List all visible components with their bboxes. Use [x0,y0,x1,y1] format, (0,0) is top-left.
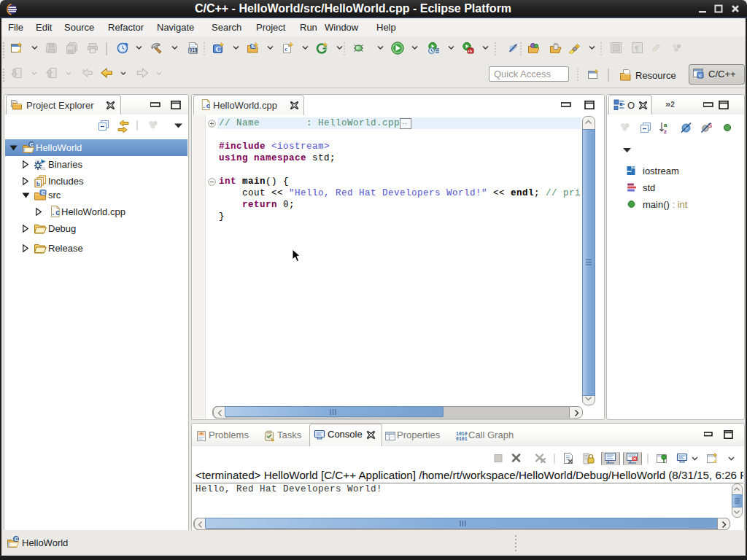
svg-text:010: 010 [190,47,198,52]
svg-text:0101: 0101 [456,437,468,442]
svg-text:01: 01 [41,166,46,171]
svg-text:1010: 1010 [456,432,468,437]
svg-text:C: C [15,536,19,542]
svg-text:C: C [215,45,220,53]
svg-text:z: z [664,128,667,135]
svg-text:.c: .c [202,102,211,110]
svg-text:c: c [285,45,287,52]
svg-text:c: c [699,72,702,79]
svg-text:¶: ¶ [635,44,638,52]
svg-text:.c: .c [51,209,61,217]
svg-text:C: C [30,141,34,148]
svg-text:C: C [42,190,45,195]
